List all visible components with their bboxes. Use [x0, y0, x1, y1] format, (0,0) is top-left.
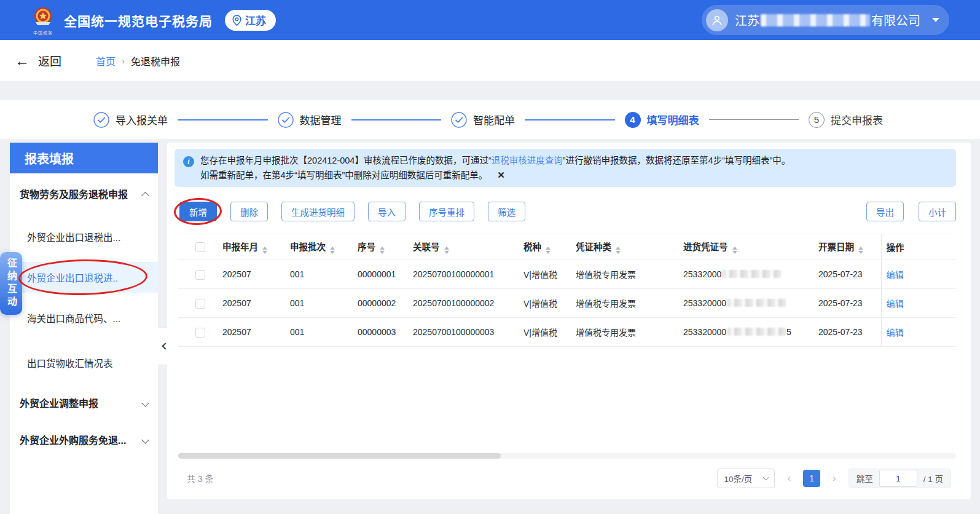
- sidebar-panel-title: 报表填报: [10, 143, 158, 173]
- sidebar-group-goods-services-refund[interactable]: 货物劳务及服务退税申报: [10, 184, 158, 203]
- column-header-date[interactable]: 开票日期: [817, 234, 881, 260]
- sort-arrows-icon[interactable]: [380, 247, 385, 254]
- table-header-row: 申报年月 申报批次 序号 关联号 税种 凭证种类 进货凭证号 开票日期 操作: [178, 234, 956, 260]
- page-jump-group: 跳至 / 1 页: [849, 469, 951, 488]
- column-header-voucher-type[interactable]: 凭证种类: [574, 234, 682, 260]
- region-label: 江苏: [245, 12, 266, 28]
- edit-link[interactable]: 编辑: [887, 299, 904, 309]
- breadcrumb-bar: ← 返回 首页 › 免退税申报: [0, 40, 980, 81]
- current-page-button[interactable]: 1: [803, 470, 820, 487]
- edit-link[interactable]: 编辑: [887, 328, 904, 338]
- step-4-fill-detail-form[interactable]: 4 填写明细表: [625, 112, 699, 128]
- tax-interaction-floating-tab[interactable]: 征纳互动: [0, 252, 22, 315]
- check-circle-icon: [451, 112, 467, 128]
- sort-arrows-icon[interactable]: [616, 247, 621, 254]
- step-number-badge: 5: [809, 112, 825, 128]
- next-page-button[interactable]: ›: [830, 472, 839, 484]
- step-2-data-management[interactable]: 数据管理: [278, 112, 342, 128]
- breadcrumb-separator: ›: [122, 55, 125, 66]
- column-header-tax[interactable]: 税种: [522, 234, 574, 260]
- row-checkbox[interactable]: [195, 270, 205, 280]
- reorder-sequence-button[interactable]: 序号重排: [419, 202, 474, 221]
- prev-page-button[interactable]: ‹: [785, 472, 793, 484]
- redacted-text: [727, 299, 786, 307]
- info-banner: i 您存在申报年月申报批次【202412-004】审核流程已作废的数据，可通过“…: [174, 149, 956, 187]
- column-header-voucher-no[interactable]: 进货凭证号: [682, 234, 817, 260]
- total-pages: / 1 页: [923, 472, 943, 484]
- edit-link[interactable]: 编辑: [887, 270, 904, 280]
- add-button[interactable]: 新增: [179, 202, 217, 221]
- region-selector[interactable]: 江苏: [225, 10, 276, 31]
- redacted-company-name: [761, 14, 870, 26]
- info-icon: i: [183, 156, 194, 167]
- app-title: 全国统一规范电子税务局: [64, 11, 213, 30]
- column-header-seq[interactable]: 序号: [356, 234, 412, 260]
- chevron-down-icon: [141, 436, 149, 444]
- column-header-batch[interactable]: 申报批次: [289, 234, 356, 260]
- close-icon[interactable]: ✕: [497, 168, 505, 182]
- toolbar-right-group: 导出 小计: [866, 202, 956, 221]
- step-connector: [351, 119, 442, 121]
- data-table: 申报年月 申报批次 序号 关联号 税种 凭证种类 进货凭证号 开票日期 操作 2…: [178, 234, 956, 347]
- sidebar-item-customs-commodity-code[interactable]: 海关出口商品代码、...: [10, 309, 158, 327]
- step-connector: [525, 119, 615, 121]
- horizontal-scrollbar: [178, 453, 956, 459]
- column-header-period[interactable]: 申报年月: [221, 234, 289, 260]
- total-count: 共 3 条: [187, 472, 214, 484]
- subtotal-button[interactable]: 小计: [919, 202, 956, 221]
- breadcrumb-home[interactable]: 首页: [96, 53, 116, 68]
- generate-purchase-detail-button[interactable]: 生成进货明细: [281, 202, 355, 221]
- sort-arrows-icon[interactable]: [732, 247, 737, 254]
- step-connector: [709, 119, 799, 120]
- sidebar-item-export-forex-receipt[interactable]: 出口货物收汇情况表: [10, 354, 158, 372]
- step-5-submit-declaration[interactable]: 5 提交申报表: [809, 112, 883, 128]
- refund-audit-progress-link[interactable]: 退税审核进度查询: [492, 156, 563, 165]
- step-1-import-declaration[interactable]: 导入报关单: [93, 112, 168, 128]
- banner-line-2: 如需重新配单，在第4步“填写明细表”中删除对应明细数据后可重新配单。✕: [200, 168, 790, 183]
- user-icon: [710, 14, 724, 27]
- chevron-up-icon: [141, 191, 149, 199]
- filter-button[interactable]: 筛选: [488, 202, 525, 221]
- step-3-smart-matching[interactable]: 智能配单: [451, 112, 515, 128]
- row-checkbox[interactable]: [195, 328, 205, 338]
- step-number-badge: 4: [625, 112, 641, 128]
- sidebar-group-adjustment-declaration[interactable]: 外贸企业调整申报: [10, 393, 158, 412]
- sort-arrows-icon[interactable]: [444, 247, 449, 254]
- chevron-down-icon: [932, 18, 939, 22]
- company-name: 江苏有限公司: [735, 11, 920, 29]
- import-button[interactable]: 导入: [368, 202, 406, 221]
- check-circle-icon: [93, 112, 109, 128]
- voucher-no-cell: 2533200005: [682, 318, 817, 347]
- check-circle-icon: [278, 112, 294, 128]
- table-row: 202507 001 00000003 20250700100000003 V|…: [178, 318, 956, 347]
- user-account-menu[interactable]: 江苏有限公司: [702, 5, 949, 35]
- sort-arrows-icon[interactable]: [546, 247, 551, 254]
- app-header: 中国税务 全国统一规范电子税务局 江苏 江苏有限公司: [0, 0, 980, 40]
- location-pin-icon: [232, 15, 241, 26]
- chevron-down-icon: [763, 475, 769, 481]
- row-checkbox[interactable]: [195, 299, 205, 309]
- column-header-rel[interactable]: 关联号: [412, 234, 522, 260]
- back-arrow-icon[interactable]: ←: [15, 53, 29, 68]
- voucher-no-cell: 25332000: [682, 260, 817, 289]
- export-button[interactable]: 导出: [866, 202, 904, 221]
- sort-arrows-icon[interactable]: [330, 247, 335, 254]
- back-button[interactable]: 返回: [38, 52, 61, 69]
- page-jump-input[interactable]: [879, 470, 917, 487]
- page-size-select[interactable]: 10条/页: [717, 469, 775, 488]
- emblem-icon: [31, 6, 55, 30]
- table-row: 202507 001 00000002 20250700100000002 V|…: [178, 289, 956, 318]
- horizontal-scrollbar-thumb[interactable]: [178, 453, 501, 459]
- sort-arrows-icon[interactable]: [262, 247, 267, 254]
- column-header-action: 操作: [881, 234, 956, 260]
- jump-label: 跳至: [857, 472, 873, 484]
- breadcrumb-current: 免退税申报: [131, 53, 180, 68]
- redacted-text: [722, 270, 781, 278]
- sidebar-group-purchased-services[interactable]: 外贸企业外购服务免退...: [10, 430, 158, 449]
- delete-button[interactable]: 删除: [230, 202, 268, 221]
- sidebar-item-export-refund-out[interactable]: 外贸企业出口退税出...: [10, 227, 158, 246]
- sort-arrows-icon[interactable]: [858, 247, 863, 254]
- table-footer: 共 3 条 10条/页 ‹ 1 › 跳至 / 1 页: [187, 465, 951, 492]
- sidebar-item-export-refund-in[interactable]: 外贸企业出口退税进..: [10, 262, 158, 293]
- select-all-checkbox[interactable]: [195, 242, 205, 252]
